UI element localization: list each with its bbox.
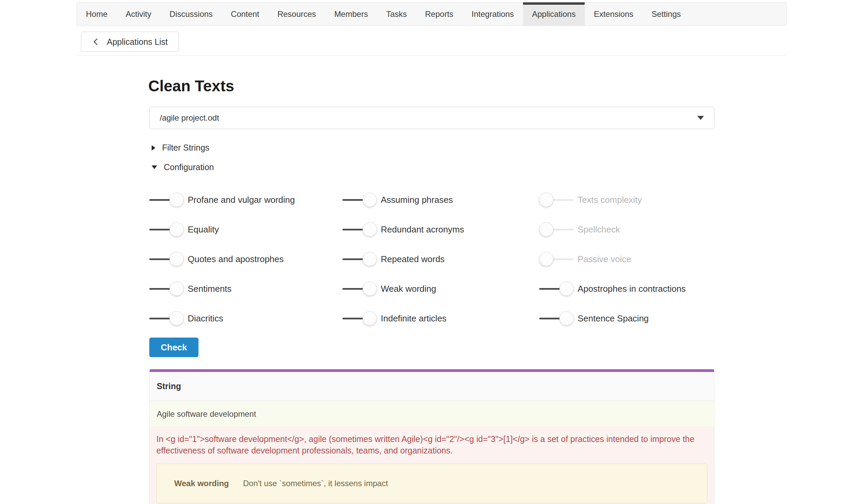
toggle-label: Repeated words (381, 254, 444, 264)
toggle-label: Texts complexity (577, 195, 642, 205)
toggle-switch[interactable] (342, 193, 377, 207)
toggle-label: Diacritics (188, 313, 223, 324)
toggle-label: Assuming phrases (381, 195, 453, 205)
toggle-quotes-and-apostrophes: Quotes and apostrophes (149, 244, 342, 274)
toggle-knob[interactable] (539, 193, 553, 207)
results-accent-bar (150, 369, 714, 372)
toggle-label: Equality (188, 224, 219, 235)
toggle-knob[interactable] (169, 193, 184, 207)
configuration-label: Configuration (164, 163, 214, 172)
toggle-passive-voice: Passive voice (539, 244, 714, 274)
toggle-texts-complexity: Texts complexity (539, 185, 714, 215)
toggle-switch[interactable] (149, 193, 184, 207)
tab-discussions[interactable]: Discussions (161, 2, 222, 26)
toggle-sentence-spacing: Sentence Spacing (539, 304, 714, 333)
page-title: Clean Texts (148, 77, 234, 95)
toggle-label: Sentence Spacing (577, 313, 649, 324)
toggle-switch[interactable] (149, 281, 184, 296)
tab-content[interactable]: Content (222, 2, 268, 26)
result-string-row[interactable]: Agile software development (150, 401, 714, 427)
toggle-label: Redundant acronyms (381, 224, 464, 235)
toggle-switch[interactable] (342, 281, 377, 296)
tab-activity[interactable]: Activity (117, 2, 161, 26)
toggle-profane-and-vulgar-wording: Profane and vulgar wording (149, 185, 342, 215)
toggle-indefinite-articles: Indefinite articles (342, 304, 539, 333)
applications-list-back-button[interactable]: Applications List (81, 32, 179, 52)
toggle-label: Quotes and apostrophes (188, 254, 284, 264)
toggle-equality: Equality (149, 215, 342, 244)
toggle-switch[interactable] (539, 222, 574, 237)
toggle-knob[interactable] (363, 252, 377, 266)
toggle-knob[interactable] (539, 222, 553, 236)
toggle-switch[interactable] (149, 252, 184, 266)
toggle-label: Spellcheck (577, 224, 620, 235)
toggle-knob[interactable] (363, 311, 377, 325)
toggle-repeated-words: Repeated words (342, 244, 539, 274)
warning-message: Don't use `sometimes`, it lessens impact (243, 479, 388, 488)
toggle-switch[interactable] (342, 311, 377, 326)
caret-down-icon (697, 116, 704, 120)
toggle-knob[interactable] (559, 311, 574, 325)
toggle-label: Weak wording (381, 284, 436, 294)
issue-area: In <g id="1">software development</g>, a… (150, 427, 714, 504)
toggle-label: Passive voice (577, 254, 631, 264)
toggle-weak-wording: Weak wording (342, 274, 539, 304)
tab-settings[interactable]: Settings (643, 2, 690, 26)
tab-tasks[interactable]: Tasks (377, 2, 416, 26)
toggle-switch[interactable] (149, 222, 184, 237)
toggle-label: Profane and vulgar wording (188, 195, 295, 205)
toggle-label: Indefinite articles (381, 313, 447, 324)
tab-reports[interactable]: Reports (416, 2, 462, 26)
toggle-switch[interactable] (539, 193, 574, 207)
toggle-spellcheck: Spellcheck (539, 215, 714, 244)
triangle-right-icon (152, 145, 155, 151)
tab-extensions[interactable]: Extensions (585, 2, 642, 26)
toggle-assuming-phrases: Assuming phrases (342, 185, 539, 215)
toggle-apostrophes-in-contractions: Apostrophes in contractions (539, 274, 714, 304)
toggle-knob[interactable] (559, 281, 574, 296)
results-header: String (150, 372, 714, 401)
tab-integrations[interactable]: Integrations (462, 2, 523, 26)
toggle-knob[interactable] (539, 252, 553, 266)
tab-resources[interactable]: Resources (268, 2, 325, 26)
toggle-knob[interactable] (363, 222, 377, 236)
tab-home[interactable]: Home (77, 2, 117, 26)
toggle-switch[interactable] (342, 222, 377, 237)
toggle-switch[interactable] (342, 252, 377, 266)
top-nav: Home Activity Discussions Content Resour… (76, 2, 786, 26)
back-button-label: Applications List (107, 37, 168, 47)
toggle-knob[interactable] (169, 281, 184, 296)
tab-members[interactable]: Members (325, 2, 377, 26)
toggle-label: Apostrophes in contractions (577, 284, 686, 294)
toggle-switch[interactable] (539, 252, 574, 266)
toggle-diacritics: Diacritics (149, 304, 342, 333)
toggle-switch[interactable] (539, 311, 574, 326)
file-select[interactable]: /agile project.odt (149, 107, 714, 129)
toggle-knob[interactable] (169, 311, 184, 325)
toggle-redundant-acronyms: Redundant acronyms (342, 215, 539, 244)
toggle-knob[interactable] (363, 281, 377, 296)
toggle-sentiments: Sentiments (149, 274, 342, 304)
warning-box: Weak wording Don't use `sometimes`, it l… (156, 463, 707, 503)
header-divider (76, 55, 786, 56)
page: Home Activity Discussions Content Resour… (0, 0, 859, 504)
check-button[interactable]: Check (149, 338, 198, 357)
toggle-knob[interactable] (169, 222, 184, 236)
filter-strings-label: Filter Strings (162, 143, 209, 153)
triangle-down-icon (152, 165, 157, 169)
toggle-knob[interactable] (363, 193, 377, 207)
toggle-label: Sentiments (188, 284, 231, 294)
diff-text: In <g id="1">software development</g>, a… (156, 433, 707, 456)
results-panel: String Agile software development In <g … (149, 369, 714, 504)
configuration-toggles: Profane and vulgar wording Equality Quot… (149, 185, 714, 333)
toggle-knob[interactable] (169, 252, 184, 266)
configuration-section-toggle[interactable]: Configuration (152, 163, 214, 172)
toggle-switch[interactable] (539, 281, 574, 296)
toggle-switch[interactable] (149, 311, 184, 326)
file-select-value: /agile project.odt (160, 113, 697, 123)
warning-type: Weak wording (174, 479, 229, 488)
filter-strings-section-toggle[interactable]: Filter Strings (152, 143, 209, 153)
chevron-left-icon (92, 38, 100, 45)
tab-applications[interactable]: Applications (523, 2, 585, 26)
